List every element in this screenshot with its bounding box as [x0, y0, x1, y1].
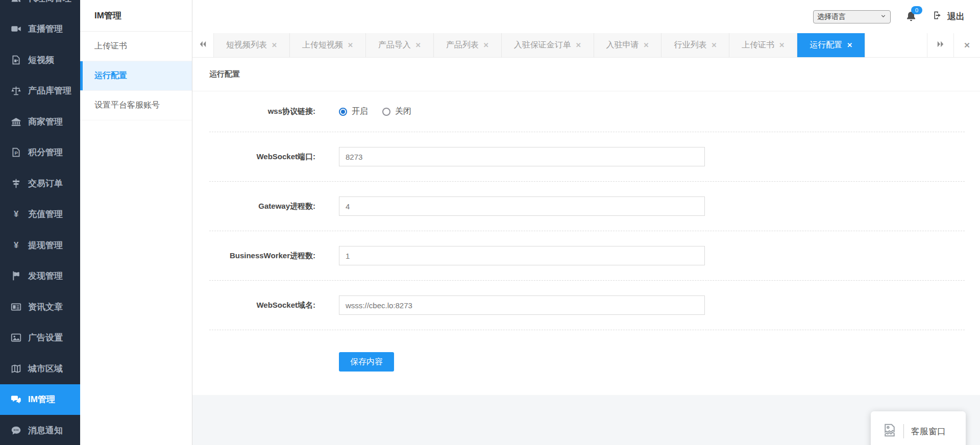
- chevrons-left-icon: [199, 40, 207, 51]
- video-camera-icon: [10, 23, 21, 35]
- close-icon: ✕: [964, 41, 970, 50]
- customer-service-label: 客服窗口: [911, 426, 946, 437]
- sidebar-item-label: 发现管理: [28, 270, 63, 282]
- tab-close-icon[interactable]: ✕: [348, 41, 353, 49]
- widget-divider: [903, 424, 904, 438]
- form-row-wss-protocol: wss协议链接:开启关闭: [209, 91, 965, 132]
- submenu-item-run-config[interactable]: 运行配置: [80, 61, 192, 91]
- svg-text:P: P: [14, 151, 18, 156]
- tab-industry-list[interactable]: 行业列表✕: [662, 33, 729, 57]
- notification-badge: 0: [911, 6, 922, 14]
- sidebar-item-label: 短视频: [28, 54, 54, 66]
- submenu-title: IM管理: [80, 0, 192, 32]
- yen-icon: ¥: [10, 209, 21, 220]
- submenu-sidebar: IM管理 上传证书运行配置设置平台客服账号: [80, 0, 192, 445]
- tab-short-video-list[interactable]: 短视频列表✕: [214, 33, 290, 57]
- tab-run-config[interactable]: 运行配置✕: [797, 33, 865, 57]
- submenu-item-label: 设置平台客服账号: [94, 100, 160, 111]
- form-row-submit: 保存内容: [209, 330, 965, 393]
- flag-icon: [10, 270, 21, 282]
- file-points-icon: P: [10, 147, 21, 158]
- tab-close-icon[interactable]: ✕: [779, 41, 785, 49]
- tab-upload-short-video[interactable]: 上传短视频✕: [290, 33, 366, 57]
- sidebar-item-label: 积分管理: [28, 146, 63, 158]
- logout-button[interactable]: 退出: [933, 10, 965, 23]
- sidebar-item-ad-settings[interactable]: 广告设置: [0, 323, 80, 354]
- save-button[interactable]: 保存内容: [339, 352, 394, 372]
- businessworker-processes-label: BusinessWorker进程数:: [209, 251, 315, 261]
- submenu-item-label: 上传证书: [94, 41, 127, 52]
- sidebar-item-agent-management[interactable]: 代理商管理: [0, 0, 80, 14]
- tab-deposit-orders[interactable]: 入驻保证金订单✕: [502, 33, 594, 57]
- tab-upload-cert[interactable]: 上传证书✕: [729, 33, 797, 57]
- businessworker-processes-input[interactable]: [339, 246, 705, 265]
- tab-close-icon[interactable]: ✕: [711, 41, 717, 49]
- tabs-scroll-left-button[interactable]: [192, 33, 214, 57]
- tab-close-icon[interactable]: ✕: [644, 41, 649, 49]
- sidebar-item-label: 资讯文章: [28, 301, 63, 313]
- sidebar-item-merchant-management[interactable]: 商家管理: [0, 106, 80, 137]
- tab-label: 短视频列表: [226, 40, 267, 51]
- tabs-scroll-right-button[interactable]: [927, 33, 953, 57]
- sign-out-icon: [933, 10, 943, 23]
- run-config-form: wss协议链接:开启关闭WebSocket端口:Gateway进程数:Busin…: [192, 91, 980, 393]
- wss-protocol-radio-0[interactable]: 开启: [339, 106, 368, 117]
- sidebar-item-short-video[interactable]: 短视频: [0, 44, 80, 76]
- submenu-item-upload-cert[interactable]: 上传证书: [80, 32, 192, 61]
- tab-close-icon[interactable]: ✕: [415, 41, 421, 49]
- bell-icon: [905, 15, 917, 24]
- sidebar-item-discover-management[interactable]: 发现管理: [0, 261, 80, 292]
- broken-image-icon: [882, 423, 897, 440]
- sidebar-item-label: 产品库管理: [28, 85, 71, 96]
- sidebar-item-label: 提现管理: [28, 239, 63, 251]
- customer-service-widget[interactable]: 客服窗口: [871, 411, 966, 445]
- language-select-value: 选择语言: [817, 12, 846, 21]
- tab-label: 行业列表: [674, 40, 706, 51]
- websocket-domain-input[interactable]: [339, 295, 705, 315]
- language-select[interactable]: 选择语言: [813, 10, 891, 23]
- sidebar-item-label: 广告设置: [28, 332, 63, 343]
- content-panel: 运行配置 wss协议链接:开启关闭WebSocket端口:Gateway进程数:…: [192, 58, 980, 395]
- sidebar-item-recharge-management[interactable]: ¥充值管理: [0, 199, 80, 230]
- sidebar-item-points-management[interactable]: P积分管理: [0, 137, 80, 168]
- sidebar-item-im-management[interactable]: IM管理: [0, 384, 80, 415]
- tab-close-icon[interactable]: ✕: [483, 41, 489, 49]
- sidebar-item-message-notify[interactable]: 消息通知: [0, 415, 80, 445]
- submenu-list: 上传证书运行配置设置平台客服账号: [80, 32, 192, 120]
- sidebar-item-news-articles[interactable]: 资讯文章: [0, 291, 80, 323]
- submenu-item-service-account[interactable]: 设置平台客服账号: [80, 91, 192, 120]
- tab-close-icon[interactable]: ✕: [847, 41, 852, 49]
- gateway-processes-input[interactable]: [339, 196, 705, 216]
- tab-close-icon[interactable]: ✕: [576, 41, 581, 49]
- tab-entry-apply[interactable]: 入驻申请✕: [594, 33, 662, 57]
- tab-label: 运行配置: [810, 40, 842, 51]
- bank-icon: [10, 116, 21, 127]
- topbar: 选择语言 0 退出: [192, 0, 980, 33]
- sidebar-item-trade-orders[interactable]: 交易订单: [0, 168, 80, 199]
- chevrons-right-icon: [936, 40, 945, 51]
- sidebar-item-withdraw-management[interactable]: ¥提现管理: [0, 230, 80, 261]
- websocket-domain-label: WebSocket域名:: [209, 301, 315, 310]
- tab-label: 入驻保证金订单: [514, 40, 571, 51]
- tab-close-icon[interactable]: ✕: [272, 41, 277, 49]
- tab-label: 上传证书: [742, 40, 774, 51]
- sidebar-item-label: 充值管理: [28, 208, 63, 220]
- tabs-close-all-button[interactable]: ✕: [953, 33, 980, 57]
- radio-checked-icon[interactable]: [339, 108, 347, 116]
- sidebar-item-city-regions[interactable]: 城市区域: [0, 353, 80, 384]
- radio-unchecked-icon[interactable]: [382, 108, 390, 116]
- sidebar-item-live-management[interactable]: 直播管理: [0, 14, 80, 45]
- tab-product-import[interactable]: 产品导入✕: [366, 33, 434, 57]
- notifications-button[interactable]: 0: [905, 10, 918, 23]
- page-title: 运行配置: [192, 58, 980, 91]
- websocket-port-input[interactable]: [339, 147, 705, 166]
- tab-label: 入驻申请: [606, 40, 639, 51]
- websocket-port-label: WebSocket端口:: [209, 152, 315, 162]
- wss-protocol-radio-1[interactable]: 关闭: [382, 106, 411, 117]
- chevron-down-icon: [880, 13, 887, 21]
- radio-option-label: 开启: [352, 106, 368, 117]
- sidebar-item-product-library[interactable]: 产品库管理: [0, 76, 80, 107]
- tab-product-list[interactable]: 产品列表✕: [434, 33, 502, 57]
- map-icon: [10, 363, 21, 374]
- signpost-yen-icon: [10, 178, 21, 189]
